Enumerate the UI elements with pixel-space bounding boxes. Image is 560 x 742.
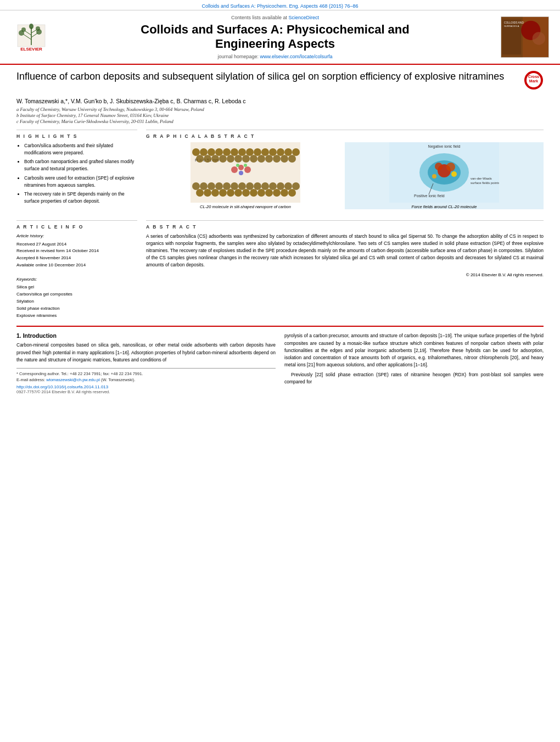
footnote-area: * Corresponding author. Tel.: +48 22 234… [16, 368, 276, 395]
highlights-abstract-row: H I G H L I G H T S Carbon/silica adsorb… [16, 130, 544, 215]
keyword-5: Explosive nitramines [16, 313, 137, 320]
svg-point-51 [288, 155, 296, 163]
body-left-text: Carbon-mineral composites based on silic… [16, 342, 276, 364]
svg-point-74 [257, 189, 265, 197]
keywords-label: Keywords: [16, 276, 137, 283]
ga-left-image: R > 0.51 nm [146, 142, 345, 209]
crossmark-area: Cross Mark [518, 70, 544, 91]
svg-point-32 [246, 148, 254, 156]
svg-point-49 [273, 155, 281, 163]
keywords-list: Silica gel Carbon/silica gel composites … [16, 284, 137, 319]
previously-text: Previously [22] solid phase extraction (… [284, 372, 544, 384]
svg-point-63 [277, 182, 284, 190]
svg-point-55 [215, 182, 223, 190]
svg-point-39 [196, 155, 204, 163]
graphical-abstract-images: R > 0.51 nm [146, 142, 544, 209]
svg-point-43 [227, 155, 234, 163]
list-item: Carbon/silica adsorbents and their silyl… [24, 142, 137, 157]
article-history-label: Article history: [16, 233, 137, 240]
svg-point-81 [244, 166, 251, 173]
accepted-date: Accepted 8 November 2014 [16, 255, 137, 262]
highlights-box: H I G H L I G H T S Carbon/silica adsorb… [16, 130, 137, 205]
available-date: Available online 10 December 2014 [16, 262, 137, 269]
affiliation-c: c Faculty of Chemistry, Maria Curie-Skło… [16, 119, 544, 124]
body-para-3: Previously [22] solid phase extraction (… [284, 371, 544, 386]
received-revised-date: Received in revised form 14 October 2014 [16, 248, 137, 255]
doi-line[interactable]: http://dx.doi.org/10.1016/j.colsurfa.201… [16, 384, 276, 389]
svg-point-45 [242, 155, 250, 163]
svg-point-75 [265, 189, 273, 197]
svg-point-84 [244, 164, 247, 167]
list-item: The recovery rate in SPE depends mainly … [24, 191, 137, 205]
footnote-email-link[interactable]: wtomaszewski@ch.pw.edu.pl [46, 377, 100, 382]
svg-point-69 [219, 189, 227, 197]
keyword-3: Silylation [16, 298, 137, 305]
svg-point-67 [204, 189, 211, 197]
sciencedirect-link[interactable]: ScienceDirect [289, 15, 320, 20]
license-line: 0927-7757/© 2014 Elsevier B.V. All right… [16, 389, 276, 394]
keyword-1: Silica gel [16, 284, 137, 291]
svg-point-59 [246, 182, 254, 190]
svg-point-70 [227, 189, 234, 197]
article-info-section: A R T I C L E I N F O Article history: R… [16, 220, 137, 320]
article-content: Influence of carbon deposits and subsequ… [0, 65, 560, 400]
article-info-title: A R T I C L E I N F O [16, 224, 137, 230]
svg-point-78 [288, 189, 296, 197]
article-body: 1. Introduction Carbon-mineral composite… [16, 326, 544, 394]
svg-text:van-der-Waals: van-der-Waals [471, 177, 492, 180]
journal-header-center: Contents lists available at ScienceDirec… [56, 15, 494, 59]
homepage-link[interactable]: www.elsevier.com/locate/colsurfa [260, 54, 333, 59]
article-title: Influence of carbon deposits and subsequ… [16, 70, 518, 83]
svg-point-52 [192, 182, 200, 190]
svg-text:Positive ionic field: Positive ionic field [414, 194, 445, 198]
svg-point-93 [432, 174, 436, 178]
authors-line: W. Tomaszewski a,*, V.M. Gun'ko b, J. Sk… [16, 98, 544, 104]
footnote-corresponding: * Corresponding author. Tel.: +48 22 234… [16, 371, 276, 377]
graphical-abstract-box: G R A P H I C A L A B S T R A C T R > 0.… [146, 130, 544, 209]
svg-point-60 [254, 182, 261, 190]
svg-text:COLLOIDS AND: COLLOIDS AND [504, 21, 524, 24]
contents-label: Contents lists available at ScienceDirec… [56, 15, 494, 20]
svg-point-56 [223, 182, 231, 190]
elsevier-tree-icon: ELSEVIER [15, 22, 48, 52]
svg-point-25 [192, 148, 200, 156]
svg-point-71 [234, 189, 242, 197]
svg-point-91 [435, 163, 443, 170]
affiliation-b: b Institute of Surface Chemistry, 17 Gen… [16, 113, 544, 118]
journal-header: ELSEVIER Contents lists available at Sci… [0, 10, 560, 65]
svg-text:SURFACES A: SURFACES A [504, 25, 519, 27]
elsevier-logo-area: ELSEVIER [7, 22, 56, 52]
body-right-col: pyrolysis of a carbon precursor, amounts… [284, 332, 544, 394]
journal-homepage: journal homepage: www.elsevier.com/locat… [56, 54, 494, 59]
list-item: Both carbon nanoparticles and grafted si… [24, 158, 137, 172]
ga-right-caption: Force fields around CL-20 molecule [412, 204, 477, 209]
svg-point-53 [200, 182, 208, 190]
svg-point-62 [269, 182, 277, 190]
journal-header-right: COLLOIDS AND SURFACES A [494, 16, 549, 58]
svg-point-36 [277, 148, 284, 156]
keyword-2: Carbon/silica gel composites [16, 291, 137, 298]
svg-point-30 [231, 148, 238, 156]
footnote-email: E-mail address: wtomaszewski@ch.pw.edu.p… [16, 377, 276, 383]
svg-text:surface fields points: surface fields points [471, 181, 499, 185]
force-fields-svg: Negative ionic field [389, 142, 499, 203]
svg-point-38 [292, 148, 300, 156]
svg-point-66 [196, 189, 204, 197]
body-right-text: pyrolysis of a carbon precursor, amounts… [284, 332, 544, 386]
body-left-col: 1. Introduction Carbon-mineral composite… [16, 332, 276, 394]
crossmark-icon: Cross Mark [524, 70, 544, 90]
svg-point-15 [533, 32, 545, 44]
svg-point-65 [292, 182, 300, 190]
svg-point-29 [223, 148, 231, 156]
svg-point-77 [281, 189, 288, 197]
svg-point-41 [211, 155, 219, 163]
svg-point-8 [21, 27, 26, 32]
journal-citation: Colloids and Surfaces A: Physicochem. En… [201, 3, 358, 9]
elsevier-logo: ELSEVIER [7, 22, 56, 52]
affiliation-a: a Faculty of Chemistry, Warsaw Universit… [16, 107, 544, 112]
journal-cover-image: COLLOIDS AND SURFACES A [501, 16, 549, 58]
article-info-col: A R T I C L E I N F O Article history: R… [16, 220, 137, 320]
svg-point-61 [261, 182, 269, 190]
page: Colloids and Surfaces A: Physicochem. En… [0, 0, 560, 400]
svg-text:Mark: Mark [529, 79, 538, 83]
